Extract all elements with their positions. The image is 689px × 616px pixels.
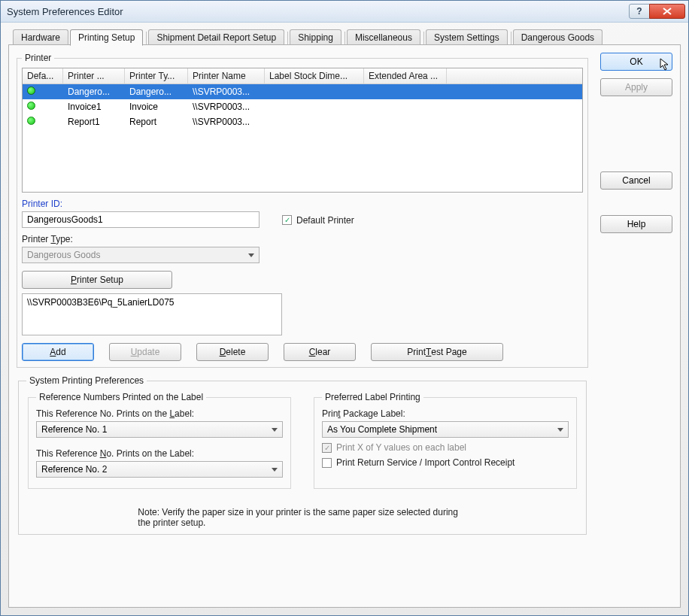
ref1-select[interactable]: Reference No. 1 xyxy=(36,421,283,438)
print-test-page-button[interactable]: Print Test Page xyxy=(371,343,503,361)
close-titlebar-button[interactable] xyxy=(649,4,685,19)
ref1-label: This Reference No. Prints on the Label: xyxy=(36,408,283,419)
ref-legend: Reference Numbers Printed on the Label xyxy=(36,392,206,402)
grid-body: Dangero... Dangero... \\SVRP0003... xyxy=(23,84,582,129)
xofy-row: ✓ Print X of Y values on each label xyxy=(322,442,569,453)
content-area: Hardware Printing Setup Shipment Detail … xyxy=(8,28,681,608)
note-text: Note: Verify the paper size in your prin… xyxy=(138,507,466,528)
help-button[interactable]: Help xyxy=(600,215,672,233)
tab-printing-setup[interactable]: Printing Setup xyxy=(70,29,143,46)
col-extended-area[interactable]: Extended Area ... xyxy=(364,68,447,83)
reference-numbers-fieldset: Reference Numbers Printed on the Label T… xyxy=(28,392,291,489)
add-button[interactable]: Add xyxy=(22,343,94,361)
chevron-down-icon xyxy=(557,428,563,432)
pkg-label: Print Package Label: xyxy=(322,408,569,419)
cancel-button[interactable]: Cancel xyxy=(600,171,672,190)
delete-button[interactable]: Delete xyxy=(196,343,269,361)
chevron-down-icon xyxy=(272,468,278,472)
printer-type-label: Printer Type: xyxy=(22,234,260,244)
tab-bar: Hardware Printing Setup Shipment Detail … xyxy=(8,28,681,45)
preferred-label-printing-fieldset: Preferred Label Printing Print Package L… xyxy=(314,392,577,489)
cursor-icon xyxy=(660,58,673,71)
col-label-stock[interactable]: Label Stock Dime... xyxy=(265,68,364,83)
printer-type-select[interactable]: Dangerous Goods xyxy=(22,247,260,263)
default-printer-checkbox[interactable]: ✓ xyxy=(282,215,292,225)
help-titlebar-button[interactable]: ? xyxy=(629,4,650,19)
close-icon xyxy=(663,8,672,15)
tab-miscellaneous[interactable]: Miscellaneous xyxy=(347,29,420,45)
pkg-select[interactable]: As You Complete Shipment xyxy=(322,421,569,438)
update-button[interactable]: Update xyxy=(109,343,181,361)
col-printer[interactable]: Printer ... xyxy=(63,68,125,83)
titlebar-buttons: ? xyxy=(630,4,685,19)
tab-shipment-detail-report-setup[interactable]: Shipment Detail Report Setup xyxy=(148,29,284,45)
xofy-checkbox: ✓ xyxy=(322,443,332,453)
return-receipt-checkbox[interactable] xyxy=(322,458,332,468)
ref2-select[interactable]: Reference No. 2 xyxy=(36,461,283,478)
apply-button[interactable]: Apply xyxy=(600,78,672,96)
xofy-label: Print X of Y values on each label xyxy=(336,442,466,453)
printer-setup-button[interactable]: Printer Setup xyxy=(22,271,172,289)
printer-fieldset: Printer Defa... Printer ... Printer Ty..… xyxy=(17,53,588,368)
printer-path-box: \\SVRP0003B3E6\Pq_5LanierLD075 xyxy=(22,293,282,335)
status-dot-icon xyxy=(27,86,35,95)
dialog-window: System Preferences Editor ? Hardware Pri… xyxy=(0,0,689,616)
col-printer-name[interactable]: Printer Name xyxy=(188,68,265,83)
tab-hardware[interactable]: Hardware xyxy=(13,29,68,45)
clear-button[interactable]: Clear xyxy=(284,343,356,361)
return-label: Print Return Service / Import Control Re… xyxy=(336,457,514,468)
table-row[interactable]: Dangero... Dangero... \\SVRP0003... xyxy=(23,84,582,99)
printer-id-label: Printer ID: xyxy=(22,199,260,209)
default-printer-label: Default Printer xyxy=(296,215,354,226)
grid-header: Defa... Printer ... Printer Ty... Printe… xyxy=(23,68,582,84)
printer-legend: Printer xyxy=(22,53,54,63)
status-dot-icon xyxy=(27,117,35,125)
return-row: Print Return Service / Import Control Re… xyxy=(322,457,569,468)
system-printing-preferences-fieldset: System Printing Preferences Reference Nu… xyxy=(18,375,587,535)
chevron-down-icon xyxy=(272,428,278,432)
chevron-down-icon xyxy=(248,253,254,257)
ok-button[interactable]: OK xyxy=(600,53,672,71)
sys-prefs-legend: System Printing Preferences xyxy=(26,375,147,386)
printer-id-input[interactable] xyxy=(22,211,260,228)
tab-system-settings[interactable]: System Settings xyxy=(426,29,508,45)
right-column: OK Apply Cancel Help xyxy=(600,53,672,599)
pref-legend: Preferred Label Printing xyxy=(322,392,423,402)
col-default[interactable]: Defa... xyxy=(23,68,63,83)
titlebar: System Preferences Editor ? xyxy=(1,1,688,23)
printer-grid[interactable]: Defa... Printer ... Printer Ty... Printe… xyxy=(22,68,583,193)
left-column: Printer Defa... Printer ... Printer Ty..… xyxy=(17,53,588,599)
ref2-label: This Reference No. Prints on the Label: xyxy=(36,448,283,459)
window-title: System Preferences Editor xyxy=(7,6,630,17)
tab-panel: Printer Defa... Printer ... Printer Ty..… xyxy=(8,44,681,608)
tab-dangerous-goods[interactable]: Dangerous Goods xyxy=(513,29,602,45)
col-printer-type[interactable]: Printer Ty... xyxy=(125,68,188,83)
table-row[interactable]: Invoice1 Invoice \\SVRP0003... xyxy=(23,99,582,114)
status-dot-icon xyxy=(27,102,35,110)
tab-shipping[interactable]: Shipping xyxy=(290,29,341,45)
table-row[interactable]: Report1 Report \\SVRP0003... xyxy=(23,114,582,129)
